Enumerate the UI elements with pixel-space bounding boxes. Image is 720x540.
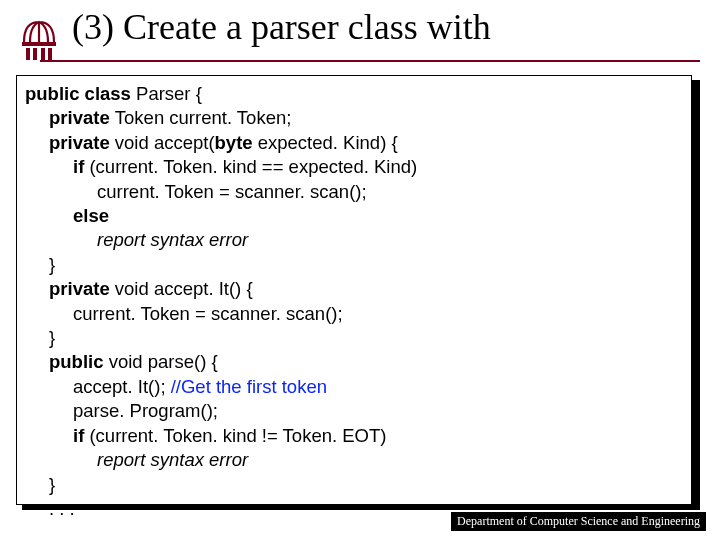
code-line: current. Token = scanner. scan(); xyxy=(25,302,683,326)
code-line: if (current. Token. kind != Token. EOT) xyxy=(25,424,683,448)
svg-rect-4 xyxy=(41,48,45,60)
code-line: public class Parser { xyxy=(25,82,683,106)
footer-dept: Department of Computer Science and Engin… xyxy=(451,512,706,531)
svg-rect-2 xyxy=(26,48,30,60)
university-logo xyxy=(18,20,60,62)
code-line: if (current. Token. kind == expected. Ki… xyxy=(25,155,683,179)
code-line: private void accept(byte expected. Kind)… xyxy=(25,131,683,155)
code-line: public void parse() { xyxy=(25,350,683,374)
code-box: public class Parser { private Token curr… xyxy=(16,75,692,505)
slide-title: (3) Create a parser class with xyxy=(72,6,702,48)
code-line: } xyxy=(25,326,683,350)
code-line: private void accept. It() { xyxy=(25,277,683,301)
code-line: report syntax error xyxy=(25,448,683,472)
code-line: parse. Program(); xyxy=(25,399,683,423)
title-underline xyxy=(40,60,700,62)
svg-rect-3 xyxy=(33,48,37,60)
code-line: report syntax error xyxy=(25,228,683,252)
code-line: accept. It(); //Get the first token xyxy=(25,375,683,399)
svg-rect-5 xyxy=(48,48,52,60)
code-line: } xyxy=(25,253,683,277)
code-line: current. Token = scanner. scan(); xyxy=(25,180,683,204)
code-line: else xyxy=(25,204,683,228)
svg-rect-1 xyxy=(22,42,56,46)
code-line: } xyxy=(25,473,683,497)
code-line: private Token current. Token; xyxy=(25,106,683,130)
